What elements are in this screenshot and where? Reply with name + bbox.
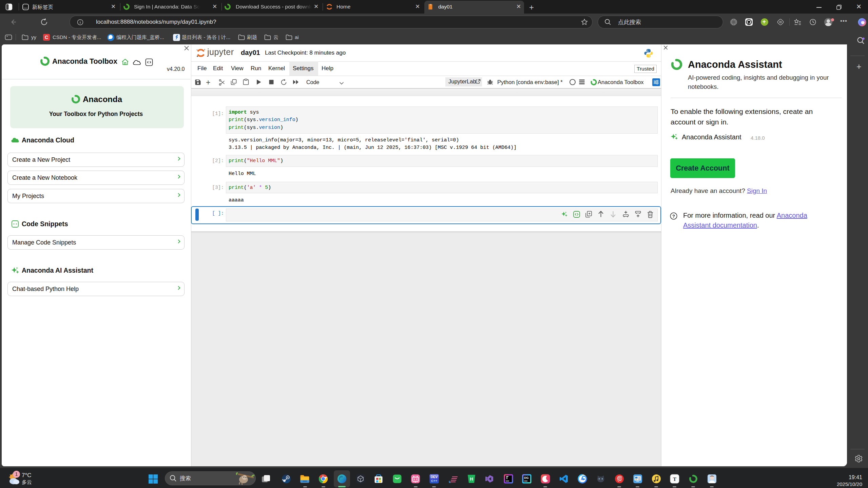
svg-text:AI: AI	[581, 477, 584, 481]
svg-text:?: ?	[672, 214, 675, 219]
svg-text:H: H	[470, 476, 473, 482]
svg-text:DEV: DEV	[431, 475, 438, 479]
svg-text:C++: C++	[431, 479, 437, 483]
svg-text:DG: DG	[524, 476, 529, 480]
svg-text:T: T	[673, 476, 676, 482]
